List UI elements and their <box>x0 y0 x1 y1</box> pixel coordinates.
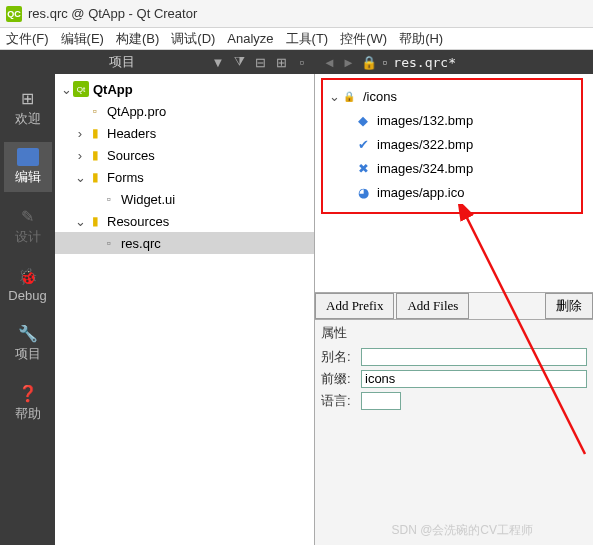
resource-highlight-box: ⌄ 🔒 /icons ◆ images/132.bmp ✔ images/322… <box>321 78 583 214</box>
chevron-down-icon[interactable]: ⌄ <box>73 170 87 185</box>
filter-icon[interactable]: ▼ <box>209 53 227 71</box>
menu-edit[interactable]: 编辑(E) <box>61 30 104 48</box>
edit-icon <box>17 148 39 166</box>
doc-file-icon: ▫ <box>383 55 388 70</box>
ui-file-icon: ▫ <box>101 191 117 207</box>
tree-widget-ui[interactable]: ▫ Widget.ui <box>55 188 314 210</box>
app-icon: QC <box>6 6 22 22</box>
chevron-down-icon[interactable]: ⌄ <box>73 214 87 229</box>
tree-resources[interactable]: ⌄ ▮ Resources <box>55 210 314 232</box>
bug-icon: 🐞 <box>18 266 38 286</box>
help-icon: ❓ <box>18 383 38 403</box>
chevron-right-icon[interactable]: › <box>73 126 87 141</box>
grid-icon: ⊞ <box>18 88 38 108</box>
alias-label: 别名: <box>321 348 361 366</box>
qrc-file-icon: ▫ <box>101 235 117 251</box>
prefix-lock-icon: 🔒 <box>341 88 357 104</box>
design-icon: ✎ <box>18 206 38 226</box>
resource-prefix-row[interactable]: ⌄ 🔒 /icons <box>327 84 575 108</box>
link-icon[interactable]: ⊟ <box>251 53 269 71</box>
open-doc-name[interactable]: res.qrc* <box>393 55 456 70</box>
tree-pro-file[interactable]: ▫ QtApp.pro <box>55 100 314 122</box>
title-bar: QC res.qrc @ QtApp - Qt Creator <box>0 0 593 28</box>
tree-sources[interactable]: › ▮ Sources <box>55 144 314 166</box>
prefix-label: 前缀: <box>321 370 361 388</box>
chevron-down-icon[interactable]: ⌄ <box>327 89 341 104</box>
chevron-down-icon[interactable]: ⌄ <box>59 82 73 97</box>
nav-fwd-icon[interactable]: ► <box>342 55 355 70</box>
close-pane-icon[interactable]: ▫ <box>293 53 311 71</box>
split-icon[interactable]: ⊞ <box>272 53 290 71</box>
mode-welcome[interactable]: ⊞ 欢迎 <box>4 82 52 134</box>
folder-icon: ▮ <box>87 125 103 141</box>
tree-forms[interactable]: ⌄ ▮ Forms <box>55 166 314 188</box>
bmp-icon: ◆ <box>355 112 371 128</box>
resource-item[interactable]: ✖ images/324.bmp <box>327 156 575 180</box>
project-pane-label: 项目 <box>59 53 135 71</box>
resource-item[interactable]: ◆ images/132.bmp <box>327 108 575 132</box>
tree-root[interactable]: ⌄ Qt QtApp <box>55 78 314 100</box>
project-tree-pane: ⌄ Qt QtApp ▫ QtApp.pro › ▮ Headers › ▮ S… <box>55 74 315 545</box>
tree-res-qrc[interactable]: ▫ res.qrc <box>55 232 314 254</box>
funnel-icon[interactable]: ⧩ <box>230 53 248 71</box>
menu-build[interactable]: 构建(B) <box>116 30 159 48</box>
mode-design[interactable]: ✎ 设计 <box>4 200 52 252</box>
window-title: res.qrc @ QtApp - Qt Creator <box>28 6 197 21</box>
folder-icon: ▮ <box>87 213 103 229</box>
tree-headers[interactable]: › ▮ Headers <box>55 122 314 144</box>
wrench-icon: 🔧 <box>18 323 38 343</box>
folder-icon: ▮ <box>87 147 103 163</box>
annotation-arrow <box>455 204 593 464</box>
resource-item[interactable]: ✔ images/322.bmp <box>327 132 575 156</box>
pro-file-icon: ▫ <box>87 103 103 119</box>
mode-sidebar: ⊞ 欢迎 编辑 ✎ 设计 🐞 Debug 🔧 项目 ❓ 帮助 <box>0 74 55 545</box>
mode-project[interactable]: 🔧 项目 <box>4 317 52 369</box>
ico-icon: ◕ <box>355 184 371 200</box>
menu-debug[interactable]: 调试(D) <box>171 30 215 48</box>
doc-lock-icon: 🔒 <box>361 55 377 70</box>
mode-debug[interactable]: 🐞 Debug <box>4 260 52 309</box>
qt-project-icon: Qt <box>73 81 89 97</box>
lang-input[interactable] <box>361 392 401 410</box>
nav-back-icon[interactable]: ◄ <box>323 55 336 70</box>
bmp-icon: ✔ <box>355 136 371 152</box>
resource-item[interactable]: ◕ images/app.ico <box>327 180 575 204</box>
lang-label: 语言: <box>321 392 361 410</box>
menu-file[interactable]: 文件(F) <box>6 30 49 48</box>
menu-help[interactable]: 帮助(H) <box>399 30 443 48</box>
mode-edit[interactable]: 编辑 <box>4 142 52 192</box>
menu-tools[interactable]: 工具(T) <box>286 30 329 48</box>
folder-icon: ▮ <box>87 169 103 185</box>
add-prefix-button[interactable]: Add Prefix <box>315 293 394 319</box>
mode-help[interactable]: ❓ 帮助 <box>4 377 52 429</box>
bmp-icon: ✖ <box>355 160 371 176</box>
chevron-right-icon[interactable]: › <box>73 148 87 163</box>
menu-widgets[interactable]: 控件(W) <box>340 30 387 48</box>
menu-bar: 文件(F) 编辑(E) 构建(B) 调试(D) Analyze 工具(T) 控件… <box>0 28 593 50</box>
menu-analyze[interactable]: Analyze <box>227 31 273 46</box>
svg-line-0 <box>465 214 585 454</box>
